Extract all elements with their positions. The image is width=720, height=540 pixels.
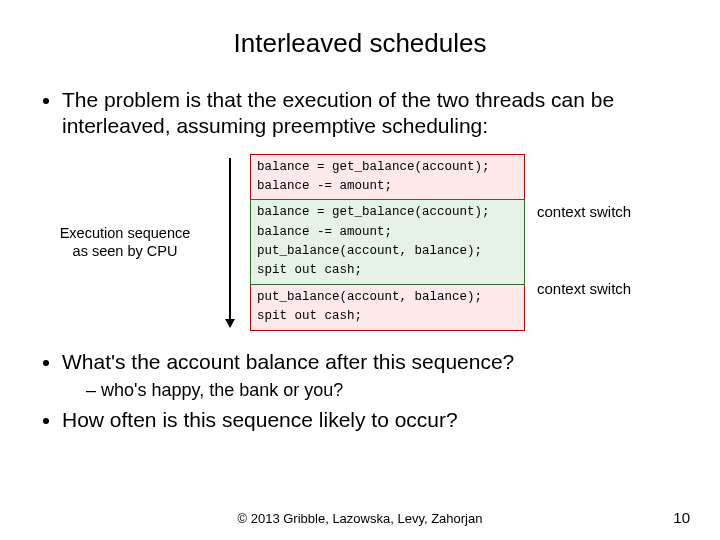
slide-title: Interleaved schedules (40, 28, 680, 59)
bullet-2-sublist: who's happy, the bank or you? (62, 379, 680, 402)
arrow-column (222, 154, 238, 331)
execution-caption-text: Execution sequence as seen by CPU (60, 225, 191, 259)
bullet-2-sub: who's happy, the bank or you? (86, 379, 680, 402)
context-switch-2: context switch (537, 280, 631, 297)
bullet-1: The problem is that the execution of the… (62, 87, 680, 140)
copyright: © 2013 Gribble, Lazowska, Levy, Zahorjan (0, 511, 720, 526)
bullet-2-text: What's the account balance after this se… (62, 350, 514, 373)
bullet-2: What's the account balance after this se… (62, 349, 680, 402)
bullet-3: How often is this sequence likely to occ… (62, 407, 680, 433)
page-number: 10 (673, 509, 690, 526)
code-boxes: balance = get_balance(account); balance … (250, 154, 525, 331)
slide: Interleaved schedules The problem is tha… (0, 0, 720, 540)
diagram: Execution sequence as seen by CPU balanc… (40, 154, 680, 331)
context-switch-labels: context switch context switch (537, 154, 657, 331)
code-thread1-part1: balance = get_balance(account); balance … (250, 154, 525, 201)
down-arrow-icon (229, 158, 231, 327)
execution-caption: Execution sequence as seen by CPU (40, 224, 210, 260)
code-thread1-part2: put_balance(account, balance); spit out … (250, 284, 525, 331)
context-switch-1: context switch (537, 203, 631, 220)
bullet-list-top: The problem is that the execution of the… (40, 87, 680, 140)
bullet-list-bottom: What's the account balance after this se… (40, 349, 680, 434)
code-thread2: balance = get_balance(account); balance … (250, 199, 525, 285)
